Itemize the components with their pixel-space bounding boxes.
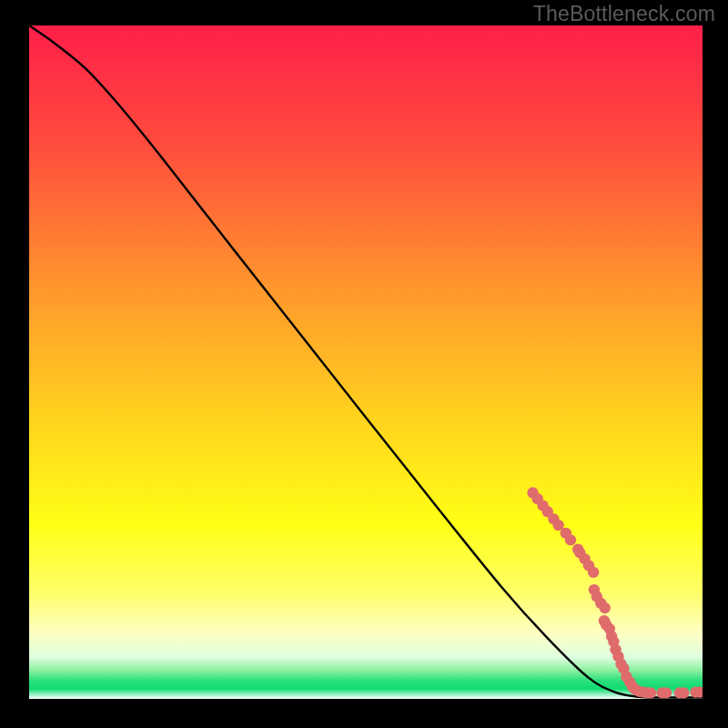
- data-marker: [588, 567, 599, 578]
- data-marker: [678, 687, 689, 698]
- data-marker: [645, 687, 656, 698]
- data-marker: [661, 687, 672, 698]
- data-marker: [600, 602, 611, 613]
- data-marker: [565, 534, 576, 545]
- chart-svg: [0, 0, 728, 728]
- data-marker: [694, 686, 705, 697]
- chart-frame: { "watermark": "TheBottleneck.com", "cha…: [0, 0, 728, 728]
